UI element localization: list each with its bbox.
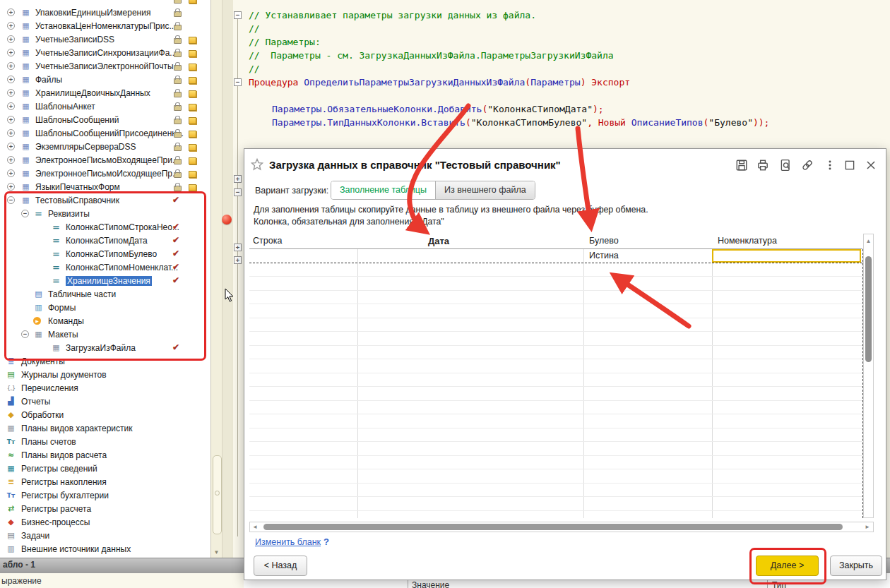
tree-item-label[interactable]: Регистры расчета	[21, 504, 91, 514]
expand-icon[interactable]: +	[7, 129, 15, 137]
expand-icon[interactable]: +	[7, 76, 15, 83]
expand-icon[interactable]: +	[7, 8, 15, 16]
data-grid[interactable]: Строка Дата Булево Номенклатура Истина	[249, 234, 862, 518]
tree-item-УчетныеЗаписиDSS[interactable]: +УчетныеЗаписиDSS	[0, 32, 210, 46]
tree-item-label[interactable]: УпаковкиЕдиницыИзмерения	[35, 8, 150, 18]
tree-item-ЭкземплярыСервераDSS[interactable]: +ЭкземплярыСервераDSS	[0, 140, 210, 153]
table-row[interactable]	[249, 332, 862, 346]
help-icon[interactable]: ?	[324, 536, 329, 547]
table-row[interactable]	[249, 318, 862, 332]
print-icon[interactable]	[756, 159, 771, 172]
table-row[interactable]	[249, 511, 862, 519]
expand-icon[interactable]: +	[7, 35, 15, 43]
scroll-up-icon[interactable]: ▲	[865, 238, 872, 244]
tree-item-ЭлектронноеПисьмоИсходящееПр...[interactable]: +ЭлектронноеПисьмоИсходящееПр...	[0, 167, 210, 180]
tree-item-ШаблоныСообщенийПрисоединенн...[interactable]: +ШаблоныСообщенийПрисоединенн...	[0, 126, 210, 140]
tree-item-label[interactable]: ЭлектронноеПисьмоВходящееПри...	[35, 155, 179, 165]
tree-item-label[interactable]: ЭлектронноеПисьмоИсходящееПр...	[35, 169, 179, 179]
grid-body[interactable]: Истина	[249, 249, 863, 518]
tree-item-Регистры бухгалтерии[interactable]: Регистры бухгалтерии	[0, 488, 210, 502]
tree-item-label[interactable]: Планы видов расчета	[21, 450, 107, 460]
maximize-icon[interactable]	[843, 159, 858, 172]
tree-item-Внешние источники данных[interactable]: Внешние источники данных	[0, 542, 210, 556]
code-line[interactable]: // Параметры:	[249, 35, 321, 49]
tree-item-Файлы[interactable]: +Файлы	[0, 73, 210, 86]
preview-icon[interactable]	[779, 159, 793, 172]
expand-icon[interactable]: +	[7, 169, 15, 177]
tree-scrollbar-down-icon[interactable]: ▼	[212, 548, 221, 557]
table-row[interactable]	[249, 456, 862, 470]
breakpoint-gutter[interactable]	[222, 0, 233, 558]
tree-item-label[interactable]: Задачи	[21, 531, 49, 541]
tree-item-label[interactable]: Регистры сведений	[21, 464, 97, 474]
tree-item-label[interactable]: Регистры бухгалтерии	[21, 491, 109, 500]
expand-icon[interactable]: +	[7, 89, 15, 97]
tree-item-Планы счетов[interactable]: Планы счетов	[0, 435, 210, 448]
tree-item-Задачи[interactable]: Задачи	[0, 529, 210, 542]
tree-item-УпаковкиЕдиницыИзмерения[interactable]: +УпаковкиЕдиницыИзмерения	[0, 6, 210, 19]
table-row[interactable]	[249, 263, 862, 277]
tree-item-label[interactable]: ХранилищеДвоичныхДанных	[35, 88, 150, 98]
table-row[interactable]	[249, 484, 862, 498]
scroll-left-icon[interactable]: ◄	[252, 524, 258, 530]
tree-item-label[interactable]: ШаблоныСообщений	[35, 115, 119, 125]
expand-icon[interactable]: +	[7, 102, 15, 110]
tab-fill-table[interactable]: Заполнение таблицы	[331, 181, 435, 199]
active-cell[interactable]	[712, 249, 861, 263]
save-icon[interactable]	[735, 159, 749, 172]
fold-expand-icon[interactable]: +	[234, 175, 242, 183]
table-row[interactable]	[249, 469, 862, 484]
favorite-star-icon[interactable]	[250, 157, 264, 172]
code-editor[interactable]: // Устанавливает параметры загрузки данн…	[244, 0, 890, 149]
table-row[interactable]	[249, 346, 862, 360]
close-button[interactable]: Закрыть	[830, 556, 882, 576]
tree-item-label[interactable]: Отчеты	[21, 397, 50, 407]
fold-collapse-icon[interactable]: −	[234, 11, 242, 19]
tree-item-УчетныеЗаписиЭлектроннойПочты[interactable]: +УчетныеЗаписиЭлектроннойПочты	[0, 59, 210, 73]
expand-icon[interactable]: +	[7, 143, 15, 150]
code-line[interactable]: Процедура ОпределитьПараметрыЗагрузкиДан…	[249, 76, 630, 89]
tab-external-file[interactable]: Из внешнего файла	[435, 181, 535, 199]
tree-item-Планы видов характеристик[interactable]: Планы видов характеристик	[0, 421, 210, 435]
tree-item-label[interactable]: ЭкземплярыСервераDSS	[35, 142, 136, 152]
tree-item-label[interactable]: Внешние источники данных	[21, 544, 131, 554]
table-row[interactable]	[249, 291, 862, 305]
tree-item-ШаблоныСообщений[interactable]: +ШаблоныСообщений	[0, 113, 210, 126]
fold-expand-icon[interactable]: +	[234, 256, 242, 264]
tree-item-partial[interactable]	[0, 0, 210, 6]
tree-item-label[interactable]: УстановкаЦенНоменклатурыПрис...	[35, 21, 176, 31]
breakpoint-icon[interactable]	[222, 215, 232, 224]
expand-icon[interactable]: +	[7, 156, 15, 164]
code-line[interactable]: Параметры.ОбязательныеКолонки.Добавить("…	[272, 102, 604, 116]
table-row[interactable]	[249, 414, 862, 428]
tree-item-label[interactable]: Перечисления	[21, 383, 78, 393]
table-row[interactable]	[249, 359, 862, 373]
expand-icon[interactable]: +	[7, 116, 15, 124]
tree-item-label[interactable]: УчетныеЗаписиЭлектроннойПочты	[35, 61, 174, 71]
more-icon[interactable]	[824, 159, 838, 172]
edit-form-link[interactable]: Изменить бланк	[255, 537, 321, 547]
scroll-right-icon[interactable]: ►	[865, 524, 870, 530]
tree-item-label[interactable]: ШаблоныСообщенийПрисоединенн...	[35, 128, 184, 138]
tree-item-label[interactable]: УчетныеЗаписиСинхронизацииФа...	[35, 48, 177, 58]
expand-icon[interactable]: +	[7, 62, 15, 70]
grid-hscroll-thumb[interactable]	[263, 524, 843, 530]
table-row[interactable]	[249, 442, 862, 456]
table-row[interactable]	[249, 277, 862, 291]
tree-item-Регистры сведений[interactable]: Регистры сведений	[0, 462, 210, 475]
fold-collapse-icon[interactable]: −	[234, 188, 242, 196]
tree-item-label[interactable]: Журналы документов	[21, 370, 107, 380]
tree-item-ШаблоныАнкет[interactable]: +ШаблоныАнкет	[0, 100, 210, 113]
tree-item-label[interactable]: УчетныеЗаписиDSS	[35, 35, 114, 44]
tree-item-Отчеты[interactable]: Отчеты	[0, 395, 210, 408]
expand-icon[interactable]: +	[7, 49, 15, 56]
tree-item-Журналы документов[interactable]: Журналы документов	[0, 368, 210, 381]
tree-item-Регистры расчета[interactable]: Регистры расчета	[0, 502, 210, 515]
tree-item-ХранилищеДвоичныхДанных[interactable]: +ХранилищеДвоичныхДанных	[0, 86, 210, 100]
expand-icon[interactable]: +	[7, 183, 15, 191]
grid-vscroll-thumb[interactable]	[865, 256, 872, 362]
table-row[interactable]	[249, 401, 862, 415]
code-line[interactable]: // Параметры - см. ЗагрузкаДанныхИзФайла…	[249, 49, 614, 62]
code-line[interactable]: // Устанавливает параметры загрузки данн…	[249, 8, 536, 22]
tree-item-Регистры накопления[interactable]: Регистры накопления	[0, 475, 210, 488]
